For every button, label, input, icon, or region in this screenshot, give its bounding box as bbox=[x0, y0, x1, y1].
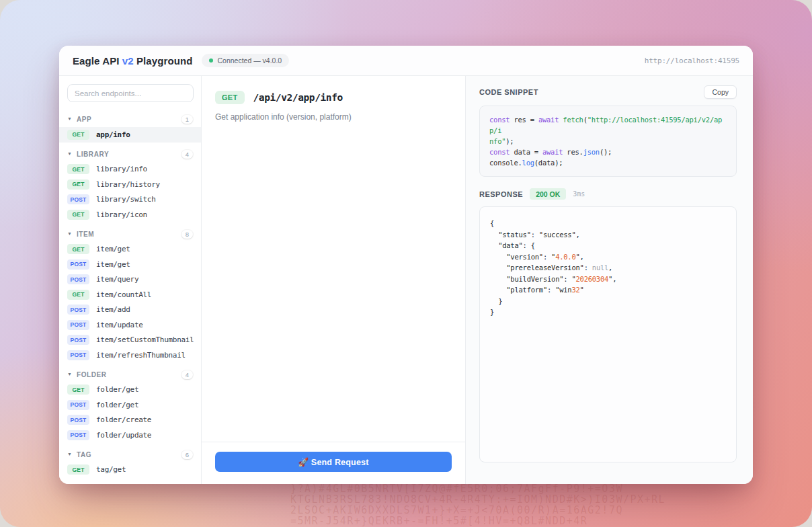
endpoint-description: Get application info (version, platform) bbox=[215, 112, 452, 122]
method-badge: POST bbox=[67, 320, 89, 330]
response-line: "buildVersion": "20260304", bbox=[490, 274, 726, 285]
endpoint-item[interactable]: POSTitem/get bbox=[59, 257, 201, 272]
method-badge: POST bbox=[67, 335, 89, 345]
endpoint-name: item/query bbox=[96, 275, 138, 284]
endpoint-name: item/add bbox=[96, 305, 130, 314]
app-header: Eagle API v2 Playground Connected — v4.0… bbox=[59, 46, 753, 76]
endpoint-item[interactable]: POSTfolder/update bbox=[59, 428, 201, 443]
endpoint-item[interactable]: POSTitem/query bbox=[59, 272, 201, 288]
connection-status-badge: Connected — v4.0.0 bbox=[202, 54, 289, 67]
chevron-down-icon: ▼ bbox=[67, 151, 72, 156]
method-badge: GET bbox=[67, 164, 89, 174]
method-badge: GET bbox=[67, 464, 89, 475]
section-header-item[interactable]: ▼ITEM8 bbox=[59, 227, 201, 242]
section-label: APP bbox=[77, 116, 91, 123]
endpoint-name: folder/get bbox=[96, 401, 138, 409]
response-line: } bbox=[490, 307, 726, 318]
endpoint-sidebar: ▼APP1GETapp/info▼LIBRARY4GETlibrary/info… bbox=[59, 76, 202, 484]
endpoint-name: item/update bbox=[96, 321, 143, 329]
endpoint-name: item/get bbox=[96, 245, 130, 253]
response-body-block: { "status": "success", "data": { "versio… bbox=[479, 206, 737, 462]
section-count-badge: 4 bbox=[181, 370, 193, 379]
endpoint-item[interactable]: GETlibrary/info bbox=[59, 162, 201, 177]
response-line: "status": "success", bbox=[490, 229, 726, 241]
section-count-badge: 8 bbox=[181, 230, 193, 239]
endpoint-item[interactable]: POSTitem/update bbox=[59, 317, 201, 333]
endpoint-item[interactable]: POSTitem/add bbox=[59, 302, 201, 318]
chevron-down-icon: ▼ bbox=[67, 452, 72, 456]
response-header-row: RESPONSE 200 OK 3ms bbox=[479, 188, 737, 200]
noise-line: 2LSOC+AKIW6DXXDLS7W1+}+X=+J<70A(00/R)A=1… bbox=[290, 505, 812, 516]
code-line: nfo"); bbox=[489, 136, 727, 147]
endpoint-item[interactable]: POSTfolder/create bbox=[59, 413, 201, 428]
response-line: "version": "4.0.0", bbox=[490, 251, 726, 263]
code-line: const data = await res.json(); bbox=[489, 147, 727, 157]
endpoint-name: item/setCustomThumbnail bbox=[96, 335, 194, 344]
endpoint-item[interactable]: POSTfolder/get bbox=[59, 397, 201, 413]
app-title-suffix: Playground bbox=[134, 55, 193, 67]
section-header-folder[interactable]: ▼FOLDER4 bbox=[59, 367, 201, 382]
endpoint-item[interactable]: GETlibrary/history bbox=[59, 177, 201, 192]
status-dot-icon bbox=[209, 58, 213, 63]
endpoint-name: app/info bbox=[96, 130, 130, 139]
endpoint-name: folder/get bbox=[96, 385, 138, 394]
section-label: ITEM bbox=[77, 231, 94, 238]
section-label: TAG bbox=[77, 451, 91, 458]
connection-status-text: Connected — v4.0.0 bbox=[217, 56, 282, 65]
app-title: Eagle API v2 Playground bbox=[73, 55, 192, 67]
noise-line: =5MR-J54R+}QEKRB+-=FH!+5#[4!HV=+Q8L#NDD+… bbox=[290, 516, 812, 526]
method-badge: POST bbox=[67, 259, 89, 270]
endpoint-detail-panel: GET /api/v2/app/info Get application inf… bbox=[202, 76, 465, 484]
window-body: ▼APP1GETapp/info▼LIBRARY4GETlibrary/info… bbox=[59, 76, 753, 484]
endpoint-item[interactable]: GETlibrary/icon bbox=[59, 207, 201, 222]
chevron-down-icon: ▼ bbox=[67, 116, 72, 121]
method-badge: GET bbox=[67, 210, 89, 220]
send-request-button[interactable]: 🚀 Send Request bbox=[215, 452, 452, 472]
section-header-app[interactable]: ▼APP1 bbox=[59, 112, 201, 127]
method-badge: GET bbox=[67, 130, 89, 140]
method-badge: POST bbox=[67, 350, 89, 360]
endpoint-name: item/countAll bbox=[96, 290, 151, 299]
endpoint-item[interactable]: POSTitem/refreshThumbnail bbox=[59, 348, 201, 363]
noise-line: KTGLNB3RSL783!NDO8CV+4R-4R4TY:+=IOM)NDD#… bbox=[290, 494, 812, 505]
endpoint-name: library/switch bbox=[96, 195, 156, 204]
noise-line: }?A)#4GL#0B5NRTV[I7ZQ@#fE5R0;06;7AFgFf-P… bbox=[290, 483, 812, 494]
section-count-badge: 1 bbox=[181, 115, 193, 124]
method-badge: POST bbox=[67, 194, 89, 204]
copy-button[interactable]: Copy bbox=[704, 85, 737, 99]
endpoint-item[interactable]: GETfolder/get bbox=[59, 382, 201, 398]
endpoint-name: folder/create bbox=[96, 415, 151, 424]
app-window: Eagle API v2 Playground Connected — v4.0… bbox=[59, 46, 753, 484]
response-line: } bbox=[490, 296, 726, 307]
response-label: RESPONSE bbox=[479, 190, 523, 198]
endpoint-item[interactable]: GETitem/get bbox=[59, 242, 201, 257]
endpoint-item[interactable]: POSTlibrary/switch bbox=[59, 192, 201, 208]
section-header-library[interactable]: ▼LIBRARY4 bbox=[59, 147, 201, 162]
endpoint-item[interactable]: GETtag/get bbox=[59, 462, 201, 478]
endpoint-section-list: ▼APP1GETapp/info▼LIBRARY4GETlibrary/info… bbox=[59, 112, 201, 477]
code-snippet-label: CODE SNIPPET bbox=[479, 88, 538, 96]
chevron-down-icon: ▼ bbox=[67, 231, 72, 236]
endpoint-detail-header: GET /api/v2/app/info Get application inf… bbox=[202, 76, 465, 136]
endpoint-name: item/refreshThumbnail bbox=[96, 351, 186, 360]
endpoint-name: library/info bbox=[96, 165, 147, 173]
section-count-badge: 4 bbox=[181, 150, 193, 159]
endpoint-item[interactable]: GETitem/countAll bbox=[59, 287, 201, 302]
method-badge: POST bbox=[67, 400, 89, 410]
method-badge: GET bbox=[67, 244, 89, 254]
endpoint-item[interactable]: GETapp/info bbox=[59, 127, 201, 143]
response-time: 3ms bbox=[573, 190, 585, 198]
request-result-panel: CODE SNIPPET Copy const res = await fetc… bbox=[465, 76, 753, 484]
code-line: console.log(data); bbox=[489, 157, 727, 168]
response-line: { bbox=[490, 218, 726, 229]
background-noise-text: }?A)#4GL#0B5NRTV[I7ZQ@#fE5R0;06;7AFgFf-P… bbox=[290, 483, 812, 527]
endpoint-name: tag/get bbox=[96, 465, 126, 474]
status-code-badge: 200 OK bbox=[530, 188, 566, 200]
endpoint-name: item/get bbox=[96, 260, 130, 269]
section-header-tag[interactable]: ▼TAG6 bbox=[59, 447, 201, 462]
method-badge: POST bbox=[67, 305, 89, 315]
section-label: LIBRARY bbox=[77, 151, 109, 158]
search-input[interactable] bbox=[67, 84, 194, 102]
endpoint-item[interactable]: POSTitem/setCustomThumbnail bbox=[59, 333, 201, 348]
endpoint-detail-body bbox=[202, 136, 465, 442]
